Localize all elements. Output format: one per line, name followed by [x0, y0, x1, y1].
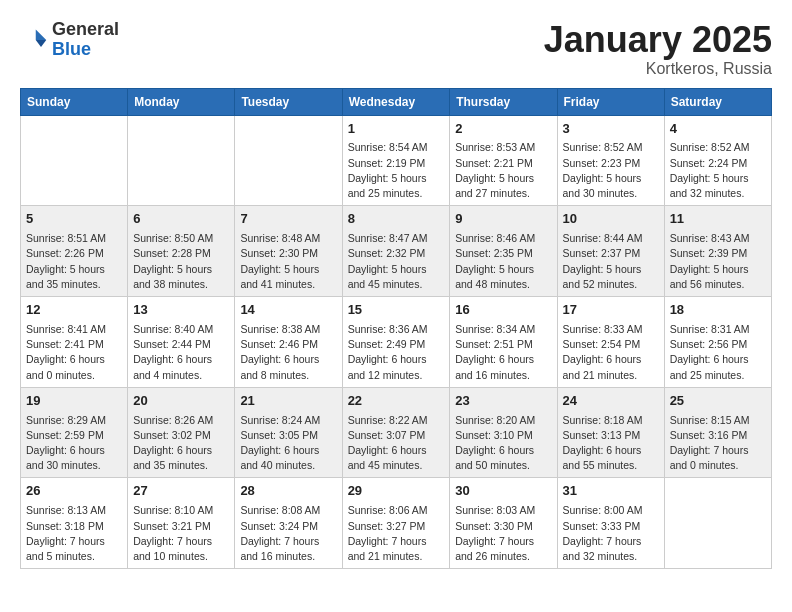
- day-info-line: and 0 minutes.: [670, 458, 766, 473]
- day-info-line: Sunrise: 8:50 AM: [133, 231, 229, 246]
- weekday-header-row: SundayMondayTuesdayWednesdayThursdayFrid…: [21, 88, 772, 115]
- day-info-line: and 26 minutes.: [455, 549, 551, 564]
- calendar-cell: 10Sunrise: 8:44 AMSunset: 2:37 PMDayligh…: [557, 206, 664, 297]
- day-info-line: Sunrise: 8:46 AM: [455, 231, 551, 246]
- day-info-line: Daylight: 6 hours: [348, 352, 445, 367]
- calendar-cell: 29Sunrise: 8:06 AMSunset: 3:27 PMDayligh…: [342, 478, 450, 569]
- day-info-line: and 50 minutes.: [455, 458, 551, 473]
- calendar-cell: 11Sunrise: 8:43 AMSunset: 2:39 PMDayligh…: [664, 206, 771, 297]
- day-info-line: Daylight: 5 hours: [348, 262, 445, 277]
- weekday-header-sunday: Sunday: [21, 88, 128, 115]
- calendar-cell: [128, 115, 235, 206]
- day-number: 13: [133, 301, 229, 320]
- day-info-line: Sunset: 2:49 PM: [348, 337, 445, 352]
- day-info-line: Daylight: 5 hours: [455, 171, 551, 186]
- day-info-line: Daylight: 5 hours: [670, 171, 766, 186]
- day-info-line: Sunrise: 8:18 AM: [563, 413, 659, 428]
- day-number: 27: [133, 482, 229, 501]
- day-info-line: Sunrise: 8:34 AM: [455, 322, 551, 337]
- day-info-line: Daylight: 6 hours: [348, 443, 445, 458]
- day-info-line: Daylight: 6 hours: [26, 443, 122, 458]
- day-number: 1: [348, 120, 445, 139]
- day-number: 29: [348, 482, 445, 501]
- location-text: Kortkeros, Russia: [544, 60, 772, 78]
- day-info-line: Sunrise: 8:48 AM: [240, 231, 336, 246]
- calendar-cell: 6Sunrise: 8:50 AMSunset: 2:28 PMDaylight…: [128, 206, 235, 297]
- day-info-line: Sunset: 2:56 PM: [670, 337, 766, 352]
- day-info-line: Sunrise: 8:24 AM: [240, 413, 336, 428]
- day-info-line: Sunrise: 8:47 AM: [348, 231, 445, 246]
- day-info-line: Sunrise: 8:22 AM: [348, 413, 445, 428]
- week-row-3: 12Sunrise: 8:41 AMSunset: 2:41 PMDayligh…: [21, 297, 772, 388]
- day-info-line: and 21 minutes.: [563, 368, 659, 383]
- calendar-cell: 18Sunrise: 8:31 AMSunset: 2:56 PMDayligh…: [664, 297, 771, 388]
- day-number: 10: [563, 210, 659, 229]
- calendar-cell: 16Sunrise: 8:34 AMSunset: 2:51 PMDayligh…: [450, 297, 557, 388]
- weekday-header-thursday: Thursday: [450, 88, 557, 115]
- day-number: 2: [455, 120, 551, 139]
- weekday-header-saturday: Saturday: [664, 88, 771, 115]
- day-info-line: Daylight: 6 hours: [240, 443, 336, 458]
- calendar-cell: [235, 115, 342, 206]
- calendar-cell: 22Sunrise: 8:22 AMSunset: 3:07 PMDayligh…: [342, 387, 450, 478]
- day-number: 11: [670, 210, 766, 229]
- day-info-line: and 38 minutes.: [133, 277, 229, 292]
- day-info-line: and 21 minutes.: [348, 549, 445, 564]
- day-info-line: Sunrise: 8:08 AM: [240, 503, 336, 518]
- day-info-line: Sunrise: 8:31 AM: [670, 322, 766, 337]
- day-info-line: Sunset: 2:28 PM: [133, 246, 229, 261]
- day-number: 3: [563, 120, 659, 139]
- calendar-cell: 17Sunrise: 8:33 AMSunset: 2:54 PMDayligh…: [557, 297, 664, 388]
- day-info-line: Sunset: 2:26 PM: [26, 246, 122, 261]
- calendar-cell: [664, 478, 771, 569]
- day-info-line: Sunset: 2:44 PM: [133, 337, 229, 352]
- day-number: 28: [240, 482, 336, 501]
- day-info-line: and 25 minutes.: [670, 368, 766, 383]
- calendar-cell: 2Sunrise: 8:53 AMSunset: 2:21 PMDaylight…: [450, 115, 557, 206]
- day-number: 8: [348, 210, 445, 229]
- calendar-cell: 20Sunrise: 8:26 AMSunset: 3:02 PMDayligh…: [128, 387, 235, 478]
- calendar-cell: 27Sunrise: 8:10 AMSunset: 3:21 PMDayligh…: [128, 478, 235, 569]
- day-number: 26: [26, 482, 122, 501]
- calendar-cell: 19Sunrise: 8:29 AMSunset: 2:59 PMDayligh…: [21, 387, 128, 478]
- day-info-line: and 35 minutes.: [133, 458, 229, 473]
- day-number: 19: [26, 392, 122, 411]
- svg-marker-0: [36, 29, 47, 40]
- day-number: 30: [455, 482, 551, 501]
- day-info-line: Daylight: 7 hours: [670, 443, 766, 458]
- month-title: January 2025: [544, 20, 772, 60]
- day-info-line: Sunrise: 8:33 AM: [563, 322, 659, 337]
- day-info-line: Sunrise: 8:00 AM: [563, 503, 659, 518]
- day-info-line: and 56 minutes.: [670, 277, 766, 292]
- day-info-line: Sunset: 3:21 PM: [133, 519, 229, 534]
- day-info-line: Daylight: 5 hours: [133, 262, 229, 277]
- day-info-line: Sunset: 2:39 PM: [670, 246, 766, 261]
- day-info-line: and 30 minutes.: [26, 458, 122, 473]
- day-info-line: Sunrise: 8:51 AM: [26, 231, 122, 246]
- title-block: January 2025 Kortkeros, Russia: [544, 20, 772, 78]
- day-info-line: and 4 minutes.: [133, 368, 229, 383]
- logo: General Blue: [20, 20, 119, 60]
- day-info-line: Sunset: 2:41 PM: [26, 337, 122, 352]
- day-info-line: Sunset: 2:37 PM: [563, 246, 659, 261]
- day-info-line: and 0 minutes.: [26, 368, 122, 383]
- day-number: 4: [670, 120, 766, 139]
- day-info-line: Sunset: 2:46 PM: [240, 337, 336, 352]
- day-info-line: Sunrise: 8:53 AM: [455, 140, 551, 155]
- day-info-line: Daylight: 6 hours: [455, 443, 551, 458]
- weekday-header-monday: Monday: [128, 88, 235, 115]
- day-number: 23: [455, 392, 551, 411]
- day-info-line: and 16 minutes.: [455, 368, 551, 383]
- day-info-line: Daylight: 6 hours: [240, 352, 336, 367]
- day-info-line: Daylight: 6 hours: [563, 443, 659, 458]
- day-info-line: Daylight: 7 hours: [348, 534, 445, 549]
- day-number: 6: [133, 210, 229, 229]
- day-info-line: and 32 minutes.: [563, 549, 659, 564]
- day-info-line: Sunset: 3:13 PM: [563, 428, 659, 443]
- day-info-line: and 32 minutes.: [670, 186, 766, 201]
- day-info-line: and 55 minutes.: [563, 458, 659, 473]
- day-info-line: Sunset: 2:35 PM: [455, 246, 551, 261]
- day-info-line: Daylight: 5 hours: [26, 262, 122, 277]
- day-info-line: and 8 minutes.: [240, 368, 336, 383]
- calendar-cell: [21, 115, 128, 206]
